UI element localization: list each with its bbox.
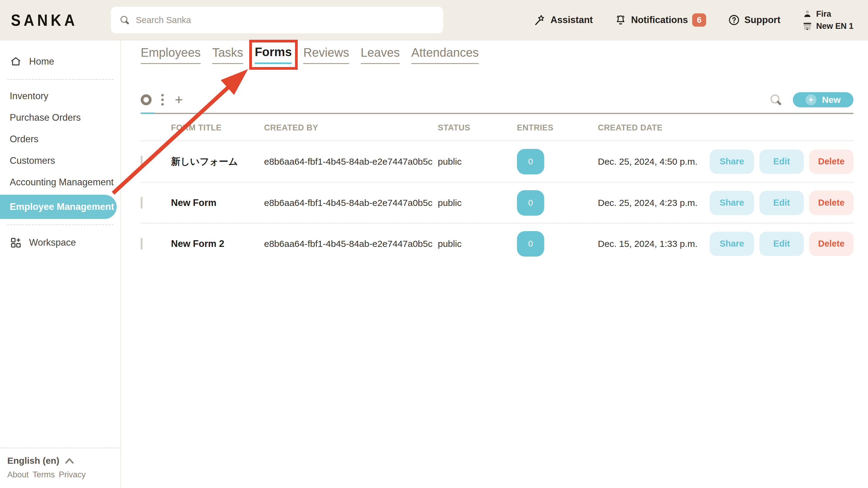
- person-icon: [802, 9, 812, 19]
- delete-button[interactable]: Delete: [809, 232, 854, 256]
- edit-button[interactable]: Edit: [760, 232, 804, 256]
- sidebar-item-label: Purchase Orders: [10, 112, 81, 123]
- tab-leaves[interactable]: Leaves: [361, 46, 400, 64]
- form-title: New Form 2: [171, 238, 264, 249]
- question-circle-icon: [728, 14, 740, 26]
- sidebar-item-accounting-management[interactable]: Accounting Management: [0, 171, 121, 193]
- home-icon: [10, 56, 22, 68]
- workspace-grid-icon: [10, 237, 22, 249]
- sidebar-item-home[interactable]: Home: [0, 50, 121, 74]
- entries-badge: 0: [517, 149, 544, 174]
- privacy-link[interactable]: Privacy: [59, 470, 86, 480]
- tab-attendances[interactable]: Attendances: [411, 46, 479, 64]
- sidebar-item-customers[interactable]: Customers: [0, 150, 121, 171]
- toolbar-rule: [141, 113, 854, 114]
- sidebar-item-workspace[interactable]: Workspace: [0, 231, 121, 255]
- notifications-button[interactable]: Notifications 6: [615, 13, 706, 27]
- share-button[interactable]: Share: [710, 150, 754, 174]
- status: public: [438, 156, 517, 167]
- workspace-name: New EN 1: [816, 22, 854, 31]
- sidebar-item-employee-management[interactable]: Employee Management: [0, 195, 117, 219]
- main-content: Employees Tasks Forms Reviews Leaves Att…: [121, 40, 868, 488]
- user-name: Fira: [816, 9, 831, 19]
- notifications-count-badge[interactable]: 6: [692, 13, 706, 27]
- kebab-menu-icon[interactable]: [160, 93, 165, 107]
- sidebar-item-label: Orders: [10, 134, 38, 145]
- row-actions: Share Edit Delete: [710, 232, 854, 256]
- share-button[interactable]: Share: [710, 232, 754, 256]
- created-date: Dec. 15, 2024, 1:33 p.m.: [598, 239, 710, 249]
- entries-badge: 0: [517, 231, 544, 256]
- sidebar-divider: [7, 224, 114, 225]
- share-button[interactable]: Share: [710, 191, 754, 215]
- search-input[interactable]: [136, 15, 435, 25]
- about-link[interactable]: About: [7, 470, 29, 480]
- list-actions: New: [769, 92, 854, 108]
- language-selector[interactable]: English (en): [7, 456, 114, 466]
- storefront-icon: [802, 21, 812, 31]
- sidebar-item-label: Accounting Management: [10, 177, 114, 188]
- table-row: New Form 2 e8b6aa64-fbf1-4b45-84ab-e2e74…: [141, 223, 854, 264]
- sidebar-item-label: Workspace: [29, 237, 76, 248]
- tab-forms[interactable]: Forms: [255, 45, 292, 64]
- plus-icon: [806, 94, 816, 105]
- sidebar-item-inventory[interactable]: Inventory: [0, 85, 121, 107]
- col-form-title: FORM TITLE: [171, 123, 264, 132]
- sidebar-item-orders[interactable]: Orders: [0, 128, 121, 150]
- add-view-plus-icon[interactable]: [174, 94, 184, 105]
- created-date: Dec. 25, 2024, 4:23 p.m.: [598, 198, 710, 208]
- delete-button[interactable]: Delete: [809, 150, 854, 174]
- table-row: New Form e8b6aa64-fbf1-4b45-84ab-e2e7447…: [141, 182, 854, 223]
- table-header: FORM TITLE CREATED BY STATUS ENTRIES CRE…: [141, 114, 854, 141]
- sidebar-item-label: Customers: [10, 155, 55, 166]
- topbar-actions: Assistant Notifications 6 Support: [534, 9, 854, 31]
- sidebar-divider: [7, 79, 114, 80]
- assistant-button[interactable]: Assistant: [534, 14, 593, 26]
- rule-line: [155, 113, 854, 114]
- view-tab-icon[interactable]: [141, 94, 152, 105]
- created-by: e8b6aa64-fbf1-4b45-84ab-e2e7447a0b5c: [264, 156, 438, 167]
- sidebar: Home Inventory Purchase Orders Orders Cu…: [0, 40, 121, 488]
- assistant-wand-icon: [534, 14, 546, 26]
- tab-bar: Employees Tasks Forms Reviews Leaves Att…: [141, 45, 854, 64]
- sanka-logo: SANKA: [0, 10, 111, 29]
- col-entries: ENTRIES: [517, 123, 598, 132]
- sidebar-footer: English (en) About Terms Privacy: [0, 448, 121, 488]
- row-actions: Share Edit Delete: [710, 150, 854, 174]
- tab-reviews[interactable]: Reviews: [303, 46, 349, 64]
- view-controls: [141, 93, 184, 107]
- support-button[interactable]: Support: [728, 14, 780, 26]
- user-row: Fira: [802, 9, 854, 19]
- terms-link[interactable]: Terms: [33, 470, 55, 480]
- created-date: Dec. 25, 2024, 4:50 p.m.: [598, 156, 710, 167]
- global-search[interactable]: [111, 7, 443, 33]
- sidebar-item-purchase-orders[interactable]: Purchase Orders: [0, 107, 121, 128]
- list-search-icon[interactable]: [769, 93, 782, 106]
- created-by: e8b6aa64-fbf1-4b45-84ab-e2e7447a0b5c: [264, 198, 438, 208]
- edit-button[interactable]: Edit: [760, 150, 804, 174]
- user-block[interactable]: Fira New EN 1: [802, 9, 854, 31]
- edit-button[interactable]: Edit: [760, 191, 804, 215]
- delete-button[interactable]: Delete: [809, 191, 854, 215]
- form-title: New Form: [171, 197, 264, 208]
- tab-tasks[interactable]: Tasks: [212, 46, 243, 64]
- list-toolbar: New: [141, 90, 854, 110]
- sidebar-item-label: Inventory: [10, 91, 49, 101]
- active-view-underline: [141, 113, 155, 114]
- bell-icon: [615, 14, 627, 26]
- row-checkbox[interactable]: [141, 197, 143, 209]
- new-button[interactable]: New: [793, 92, 854, 108]
- workspace-row: New EN 1: [802, 21, 854, 31]
- row-checkbox[interactable]: [141, 156, 143, 167]
- tab-forms-label: Forms: [255, 45, 292, 59]
- table-row: 新しいフォーム e8b6aa64-fbf1-4b45-84ab-e2e7447a…: [141, 141, 854, 182]
- footer-links: About Terms Privacy: [7, 470, 114, 480]
- col-status: STATUS: [438, 123, 517, 132]
- assistant-label: Assistant: [551, 14, 593, 26]
- col-created-date: CREATED DATE: [598, 123, 710, 132]
- tab-employees[interactable]: Employees: [141, 46, 201, 64]
- row-checkbox[interactable]: [141, 238, 143, 250]
- language-label: English (en): [7, 456, 59, 466]
- topbar: SANKA Assistant Notifications 6: [0, 0, 868, 40]
- sidebar-item-label: Employee Management: [10, 202, 114, 212]
